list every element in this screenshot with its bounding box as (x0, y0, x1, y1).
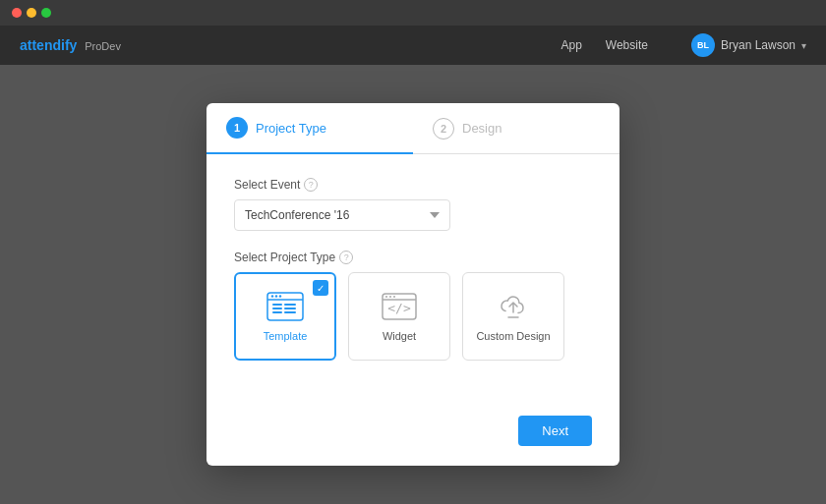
nav-avatar: BL (691, 33, 715, 57)
step-2-circle: 2 (433, 118, 454, 140)
custom-design-icon (493, 291, 534, 322)
event-select[interactable]: TechConference '16 (234, 199, 450, 231)
app-container: attendify ProDev App Website BL Bryan La… (0, 26, 826, 504)
nav-link-app[interactable]: App (560, 38, 581, 52)
select-event-section: Select Event ? TechConference '16 (234, 178, 592, 231)
type-card-template[interactable]: ✓ (234, 272, 336, 361)
logo-main: tendify (31, 37, 77, 53)
nav-user: BL Bryan Lawson ▾ (691, 33, 806, 57)
type-card-widget[interactable]: </> Widget (348, 272, 450, 361)
svg-rect-9 (272, 311, 282, 313)
nav-logo: attendify ProDev (20, 37, 560, 53)
svg-point-4 (279, 295, 281, 297)
widget-card-label: Widget (383, 330, 416, 342)
checkmark-badge: ✓ (313, 280, 328, 296)
step-design[interactable]: 2 Design (413, 103, 620, 153)
svg-point-2 (271, 295, 273, 297)
traffic-light-yellow[interactable] (27, 8, 36, 18)
svg-rect-7 (272, 308, 282, 309)
browser-chrome (0, 0, 826, 26)
svg-point-3 (275, 295, 277, 297)
traffic-light-green[interactable] (41, 8, 51, 18)
select-project-type-help-icon[interactable]: ? (339, 251, 353, 264)
content-area: 1 Project Type 2 Design Select Event ? (0, 65, 826, 504)
nav-chevron-icon[interactable]: ▾ (801, 40, 806, 51)
type-card-custom-design[interactable]: Custom Design (462, 272, 564, 361)
template-card-label: Template (264, 330, 308, 342)
nav-username: Bryan Lawson (721, 38, 796, 52)
product-name: ProDev (85, 40, 121, 52)
step-2-label: Design (462, 121, 502, 136)
step-project-type[interactable]: 1 Project Type (206, 103, 413, 154)
traffic-lights (12, 8, 814, 18)
nav-links: App Website BL Bryan Lawson ▾ (560, 33, 806, 57)
select-event-help-icon[interactable]: ? (304, 178, 318, 192)
traffic-light-red[interactable] (12, 8, 22, 18)
form-footer: Next (206, 404, 620, 466)
modal-card: 1 Project Type 2 Design Select Event ? (206, 103, 620, 466)
svg-point-13 (385, 296, 387, 298)
svg-rect-5 (272, 304, 282, 306)
widget-icon: </> (379, 291, 420, 322)
top-nav: attendify ProDev App Website BL Bryan La… (0, 26, 826, 65)
svg-point-15 (393, 296, 395, 298)
svg-rect-8 (284, 308, 296, 309)
svg-text:</>: </> (387, 301, 411, 315)
svg-point-14 (389, 296, 391, 298)
form-body: Select Event ? TechConference '16 Select… (206, 154, 620, 404)
select-project-type-section: Select Project Type ? ✓ (234, 251, 592, 361)
steps-header: 1 Project Type 2 Design (206, 103, 620, 154)
nav-link-website[interactable]: Website (606, 38, 648, 52)
select-project-type-label: Select Project Type ? (234, 251, 592, 264)
select-event-label: Select Event ? (234, 178, 592, 192)
project-type-grid: ✓ (234, 272, 592, 361)
template-icon (265, 291, 306, 322)
svg-rect-10 (284, 311, 296, 313)
step-1-circle: 1 (226, 117, 248, 139)
svg-rect-6 (284, 304, 296, 306)
custom-design-card-label: Custom Design (476, 330, 550, 342)
next-button[interactable]: Next (518, 416, 592, 446)
step-1-label: Project Type (256, 121, 326, 136)
logo-accent: at (20, 37, 31, 53)
